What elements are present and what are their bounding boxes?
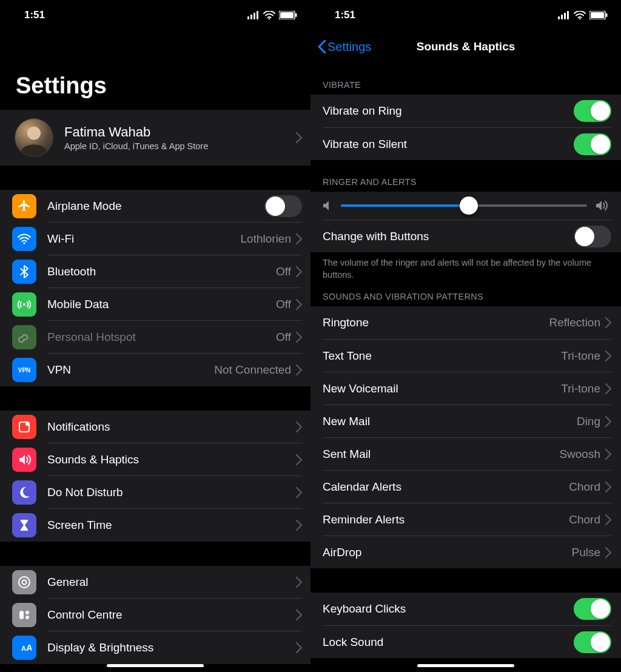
lock-sound-toggle[interactable] (574, 631, 611, 653)
row-vibrate-silent[interactable]: Vibrate on Silent (310, 127, 621, 160)
row-value: Tri-tone (561, 382, 600, 395)
row-label: Keyboard Clicks (323, 602, 574, 616)
airplane-toggle[interactable] (264, 195, 302, 217)
keyboard-clicks-toggle[interactable] (574, 598, 611, 620)
row-notifications[interactable]: Notifications (0, 411, 310, 443)
row-label: Sounds & Haptics (47, 453, 296, 466)
row-label: Vibrate on Ring (323, 104, 574, 118)
row-vpn[interactable]: VPN VPN Not Connected (0, 354, 310, 386)
change-buttons-toggle[interactable] (574, 226, 611, 247)
row-label: Reminder Alerts (323, 513, 569, 526)
row-label: Wi‑Fi (47, 232, 241, 246)
row-value: Not Connected (214, 363, 291, 377)
row-change-with-buttons[interactable]: Change with Buttons (310, 220, 621, 252)
wifi-icon (12, 227, 36, 251)
svg-text:A: A (21, 645, 26, 652)
bluetooth-icon (12, 260, 36, 284)
row-general[interactable]: General (0, 566, 310, 599)
chevron-right-icon (605, 482, 611, 492)
row-wifi[interactable]: Wi‑Fi Lothlorien (0, 223, 310, 255)
status-time: 1:51 (335, 9, 355, 21)
cellular-signal-icon (247, 11, 260, 19)
row-label: Sent Mail (323, 448, 559, 461)
row-ringtone[interactable]: Ringtone Reflection (310, 306, 621, 339)
svg-rect-23 (567, 11, 569, 19)
row-value: Tri-tone (561, 349, 600, 363)
cellular-icon (12, 292, 36, 317)
gear-icon (12, 570, 36, 594)
row-label: Do Not Disturb (47, 486, 296, 499)
section-footer-ringer: The volume of the ringer and alerts will… (310, 252, 621, 283)
svg-text:A: A (26, 642, 32, 653)
speaker-high-icon (596, 200, 609, 211)
row-value: Off (276, 331, 291, 344)
row-airdrop[interactable]: AirDrop Pulse (310, 536, 621, 568)
chevron-right-icon (296, 332, 302, 343)
row-text-tone[interactable]: Text Tone Tri-tone (310, 339, 621, 372)
row-new-voicemail[interactable]: New Voicemail Tri-tone (310, 372, 621, 405)
svg-rect-6 (280, 12, 294, 18)
row-label: Notifications (47, 420, 296, 434)
account-subtitle: Apple ID, iCloud, iTunes & App Store (64, 141, 296, 151)
home-indicator[interactable] (107, 664, 204, 667)
row-display-brightness[interactable]: AA Display & Brightness (0, 631, 310, 664)
hourglass-icon (12, 513, 36, 537)
svg-point-13 (19, 577, 30, 588)
svg-point-17 (25, 616, 29, 619)
chevron-right-icon (296, 577, 302, 588)
svg-point-4 (269, 18, 270, 19)
section-header-patterns: SOUNDS AND VIBRATION PATTERNS (310, 283, 621, 306)
chevron-right-icon (605, 449, 611, 460)
row-lock-sound[interactable]: Lock Sound (310, 625, 621, 658)
svg-rect-21 (561, 15, 563, 19)
apple-id-row[interactable]: Fatima Wahab Apple ID, iCloud, iTunes & … (0, 110, 310, 166)
cellular-signal-icon (558, 11, 570, 19)
row-new-mail[interactable]: New Mail Ding (310, 405, 621, 437)
row-keyboard-clicks[interactable]: Keyboard Clicks (310, 593, 621, 625)
row-screen-time[interactable]: Screen Time (0, 509, 310, 542)
row-mobile-data[interactable]: Mobile Data Off (0, 288, 310, 321)
ringer-volume-slider[interactable] (341, 204, 587, 207)
back-button[interactable]: Settings (318, 40, 371, 54)
row-reminder-alerts[interactable]: Reminder Alerts Chord (310, 503, 621, 536)
row-value: Swoosh (559, 448, 600, 461)
airplane-icon (12, 194, 36, 218)
row-sounds-haptics[interactable]: Sounds & Haptics (0, 443, 310, 476)
row-ringer-volume[interactable] (310, 192, 621, 220)
nav-bar: Settings Sounds & Haptics (310, 30, 621, 63)
row-label: Airplane Mode (47, 200, 264, 213)
chevron-right-icon (605, 383, 611, 394)
chevron-right-icon (296, 487, 302, 498)
row-calendar-alerts[interactable]: Calendar Alerts Chord (310, 470, 621, 503)
row-label: Display & Brightness (47, 641, 296, 654)
row-label: Screen Time (47, 519, 296, 532)
row-label: Mobile Data (47, 298, 276, 311)
battery-icon (279, 11, 297, 19)
row-value: Reflection (549, 316, 601, 329)
chevron-right-icon (605, 416, 611, 427)
row-airplane-mode[interactable]: Airplane Mode (0, 190, 310, 223)
chevron-right-icon (296, 132, 302, 143)
sounds-haptics-screen: 1:51 Settings Sounds & Haptics VIBRATE V… (310, 0, 621, 672)
settings-root-screen: 1:51 Settings Fatima Wahab Apple ID, iCl… (0, 0, 310, 672)
row-personal-hotspot[interactable]: Personal Hotspot Off (0, 321, 310, 354)
chevron-right-icon (296, 266, 302, 277)
row-control-centre[interactable]: Control Centre (0, 599, 310, 631)
row-sent-mail[interactable]: Sent Mail Swoosh (310, 437, 621, 470)
chevron-right-icon (605, 547, 611, 558)
row-do-not-disturb[interactable]: Do Not Disturb (0, 476, 310, 509)
chevron-right-icon (296, 520, 302, 531)
avatar (15, 118, 53, 157)
svg-rect-0 (247, 16, 249, 19)
row-vibrate-ring[interactable]: Vibrate on Ring (310, 95, 621, 127)
row-label: Lock Sound (323, 636, 574, 649)
svg-rect-1 (250, 15, 252, 19)
row-label: VPN (47, 363, 214, 377)
row-bluetooth[interactable]: Bluetooth Off (0, 255, 310, 288)
vibrate-ring-toggle[interactable] (574, 100, 611, 122)
vibrate-silent-toggle[interactable] (574, 133, 611, 155)
chevron-right-icon (296, 454, 302, 465)
moon-icon (12, 480, 36, 505)
svg-rect-2 (253, 13, 255, 19)
home-indicator[interactable] (417, 664, 514, 667)
